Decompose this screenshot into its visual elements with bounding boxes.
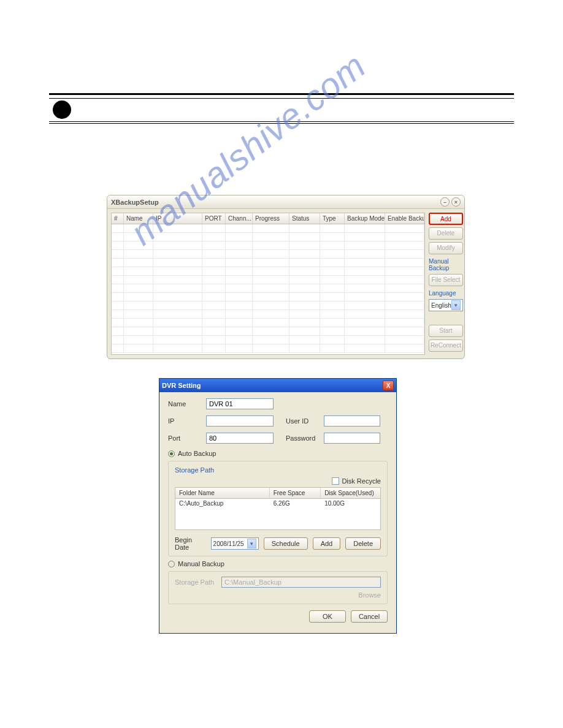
column-header[interactable]: Name — [124, 213, 153, 224]
table-row — [112, 276, 424, 284]
disk-table: Folder Name Free Space Disk Space(Used) … — [175, 487, 381, 530]
start-button[interactable]: Start — [429, 325, 463, 337]
column-header[interactable]: Chann... — [226, 213, 253, 224]
delete-path-button[interactable]: Delete — [345, 537, 381, 550]
begin-date-value: 2008/11/25 — [213, 540, 244, 547]
auto-backup-section: Storage Path Disk Recycle Folder Name Fr… — [168, 461, 388, 556]
radio-icon — [168, 561, 175, 567]
hr-thin — [49, 121, 514, 122]
column-header[interactable]: PORT — [202, 213, 226, 224]
cancel-button[interactable]: Cancel — [351, 610, 388, 623]
table-row — [112, 327, 424, 336]
user-field[interactable] — [324, 415, 380, 427]
disk-recycle-label: Disk Recycle — [342, 477, 381, 485]
column-header[interactable]: Type — [320, 213, 345, 224]
titlebar: DVR Setting X — [159, 379, 396, 392]
password-label: Password — [286, 434, 324, 442]
column-header[interactable]: Progress — [253, 213, 289, 224]
user-label: User ID — [286, 417, 324, 425]
language-label: Language — [429, 290, 463, 297]
cell-used: 10.00G — [321, 499, 380, 508]
delete-button[interactable]: Delete — [429, 227, 463, 240]
bullet-icon — [53, 100, 71, 119]
name-field[interactable] — [206, 398, 274, 409]
column-header[interactable]: IP — [153, 213, 202, 224]
begin-date-picker[interactable]: 2008/11/25 ▼ — [211, 537, 259, 550]
chevron-down-icon: ▼ — [247, 539, 256, 548]
col-folder: Folder Name — [175, 488, 270, 498]
table-row — [112, 336, 424, 344]
ok-button[interactable]: OK — [309, 610, 346, 623]
manual-backup-radio[interactable]: Manual Backup — [168, 560, 388, 567]
table-row — [112, 319, 424, 327]
hr-thin — [49, 123, 514, 124]
titlebar: XBackupSetup – × — [107, 195, 464, 209]
disk-recycle-checkbox[interactable] — [332, 477, 339, 485]
table-row — [112, 259, 424, 267]
dvr-setting-dialog: DVR Setting X Name IP User ID Port Passw… — [159, 378, 397, 634]
storage-path-label: Storage Path — [175, 466, 381, 474]
manual-path-label: Storage Path — [175, 578, 221, 586]
table-row — [112, 241, 424, 250]
ip-field[interactable] — [206, 415, 274, 427]
language-value: English — [431, 302, 451, 309]
close-icon[interactable]: X — [383, 381, 394, 390]
window-title: XBackupSetup — [111, 199, 439, 206]
table-row — [112, 267, 424, 276]
minimize-icon[interactable]: – — [440, 197, 450, 207]
hr-thick — [49, 93, 514, 95]
schedule-button[interactable]: Schedule — [264, 537, 308, 550]
reconnect-button[interactable]: ReConnect — [429, 339, 463, 352]
chevron-down-icon: ▼ — [451, 300, 461, 310]
browse-button: Browse — [358, 591, 381, 599]
manual-backup-label: Manual Backup — [429, 258, 463, 271]
manual-backup-section: Storage Path Browse — [168, 571, 388, 604]
close-icon[interactable]: × — [451, 197, 461, 207]
table-row — [112, 344, 424, 353]
file-select-button[interactable]: File Select — [429, 274, 463, 286]
cell-free: 6.26G — [270, 499, 321, 508]
manual-backup-label: Manual Backup — [178, 560, 224, 567]
auto-backup-label: Auto Backup — [178, 450, 216, 457]
table-row — [112, 284, 424, 293]
port-label: Port — [168, 434, 206, 442]
begin-date-label: Begin Date — [175, 536, 206, 551]
side-panel: Add Delete Modify Manual Backup File Sel… — [429, 213, 463, 355]
device-grid: #NameIPPORTChann...ProgressStatusTypeBac… — [111, 213, 425, 355]
password-field[interactable] — [324, 433, 380, 444]
auto-backup-radio[interactable]: Auto Backup — [168, 450, 388, 457]
hr-thin — [49, 98, 514, 99]
column-header[interactable]: Status — [289, 213, 320, 224]
cell-folder: C:\Auto_Backup — [175, 499, 270, 508]
language-select[interactable]: English ▼ — [429, 299, 463, 311]
port-field[interactable] — [206, 433, 274, 444]
modify-button[interactable]: Modify — [429, 242, 463, 254]
add-path-button[interactable]: Add — [313, 537, 341, 550]
table-row — [112, 310, 424, 319]
column-header[interactable]: # — [112, 213, 124, 224]
table-row — [112, 293, 424, 301]
table-row — [112, 301, 424, 310]
dialog-title: DVR Setting — [162, 382, 383, 389]
table-row — [112, 250, 424, 259]
manual-path-field — [221, 577, 381, 588]
column-header[interactable]: Enable Backup — [385, 213, 424, 224]
radio-icon — [168, 450, 175, 457]
ip-label: IP — [168, 417, 206, 425]
col-free: Free Space — [270, 488, 321, 498]
add-button[interactable]: Add — [429, 213, 463, 225]
table-row[interactable]: C:\Auto_Backup 6.26G 10.00G — [175, 499, 380, 508]
table-row — [112, 233, 424, 241]
table-row — [112, 224, 424, 233]
col-used: Disk Space(Used) — [321, 488, 380, 498]
column-header[interactable]: Backup Mode — [345, 213, 385, 224]
name-label: Name — [168, 400, 206, 408]
xbackupsetup-window: XBackupSetup – × #NameIPPORTChann...Prog… — [107, 195, 465, 359]
